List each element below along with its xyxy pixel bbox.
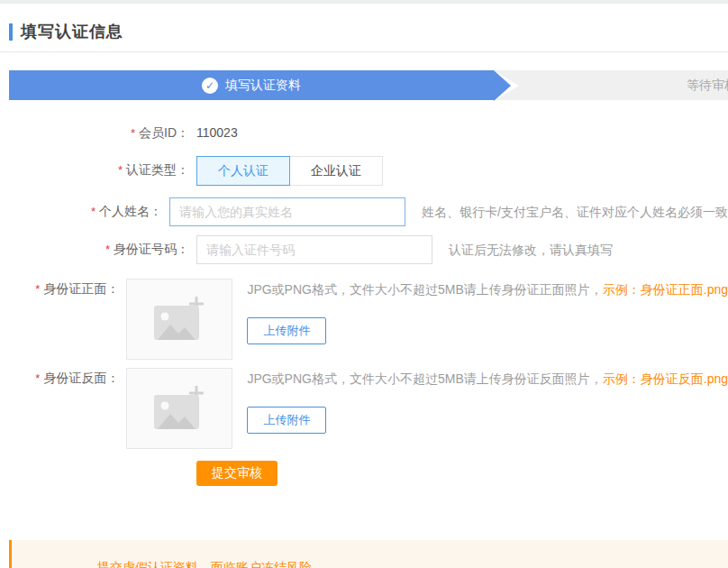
warning-notice-text: 提交虚假认证资料，面临账户冻结风险 — [97, 560, 312, 568]
title-accent-bar — [9, 23, 13, 41]
real-name-input[interactable] — [169, 197, 405, 226]
required-asterisk: * — [35, 371, 40, 385]
id-front-label: *身份证正面： — [0, 279, 119, 298]
id-back-label: *身份证反面： — [0, 368, 119, 387]
id-number-input[interactable] — [196, 235, 432, 264]
step-current-segment: ✓ 填写认证资料 — [9, 70, 494, 100]
member-id-row: *会员ID： 110023 — [0, 124, 728, 142]
id-front-upload-button[interactable]: 上传附件 — [247, 317, 326, 344]
auth-type-label: *认证类型： — [0, 156, 189, 179]
step-current-label: 填写认证资料 — [225, 78, 301, 94]
top-border-strip — [0, 0, 728, 4]
page-header: 填写认证信息 — [9, 22, 728, 41]
id-back-preview[interactable] — [126, 368, 232, 449]
real-name-label: *个人姓名： — [0, 197, 162, 220]
tab-personal-auth[interactable]: 个人认证 — [196, 156, 290, 186]
step-next-label: 等待审核 — [687, 70, 728, 100]
id-number-label: *身份证号码： — [0, 235, 189, 258]
member-id-value: 110023 — [196, 124, 238, 142]
certification-form: *会员ID： 110023 *认证类型： 个人认证 企业认证 *个人姓名： 姓名… — [0, 124, 728, 486]
id-number-hint: 认证后无法修改，请认真填写 — [449, 235, 613, 264]
page-title: 填写认证信息 — [21, 21, 123, 42]
step-arrow-icon — [494, 70, 511, 101]
required-asterisk: * — [35, 282, 40, 296]
submit-review-button[interactable]: 提交审核 — [196, 461, 278, 486]
required-asterisk: * — [118, 163, 123, 177]
required-asterisk: * — [105, 243, 110, 256]
required-asterisk: * — [91, 205, 96, 218]
id-back-example-link[interactable]: 示例：身份证反面.png — [603, 371, 728, 386]
id-front-hint: JPG或PNG格式，文件大小不超过5MB请上传身份证正面照片，示例：身份证正面.… — [247, 280, 728, 298]
check-circle-icon: ✓ — [202, 78, 218, 94]
real-name-row: *个人姓名： 姓名、银行卡/支付宝户名、证件对应个人姓名必须一致 — [0, 197, 728, 226]
member-id-label: *会员ID： — [0, 124, 189, 142]
id-back-hint: JPG或PNG格式，文件大小不超过5MB请上传身份证反面照片，示例：身份证反面.… — [247, 370, 728, 388]
progress-stepbar: ✓ 填写认证资料 等待审核 — [9, 70, 728, 100]
id-back-row: *身份证反面： JPG或PNG格式，文件大小不超过5MB请上传身份证反面照片，示… — [0, 368, 728, 449]
id-front-example-link[interactable]: 示例：身份证正面.png — [603, 282, 728, 297]
image-placeholder-icon — [150, 384, 208, 433]
id-front-row: *身份证正面： JPG或PNG格式，文件大小不超过5MB请上传身份证正面照片，示… — [0, 279, 728, 360]
id-number-row: *身份证号码： 认证后无法修改，请认真填写 — [0, 235, 728, 264]
tab-enterprise-auth[interactable]: 企业认证 — [289, 156, 383, 186]
image-placeholder-icon — [150, 295, 208, 344]
submit-row: 提交审核 — [0, 461, 728, 486]
auth-type-row: *认证类型： 个人认证 企业认证 — [0, 156, 728, 186]
id-front-preview[interactable] — [126, 279, 232, 360]
header-divider — [0, 51, 728, 52]
real-name-hint: 姓名、银行卡/支付宝户名、证件对应个人姓名必须一致 — [422, 197, 728, 226]
warning-notice: 提交虚假认证资料，面临账户冻结风险 — [9, 540, 728, 568]
id-back-upload-button[interactable]: 上传附件 — [247, 407, 326, 434]
required-asterisk: * — [131, 126, 135, 140]
